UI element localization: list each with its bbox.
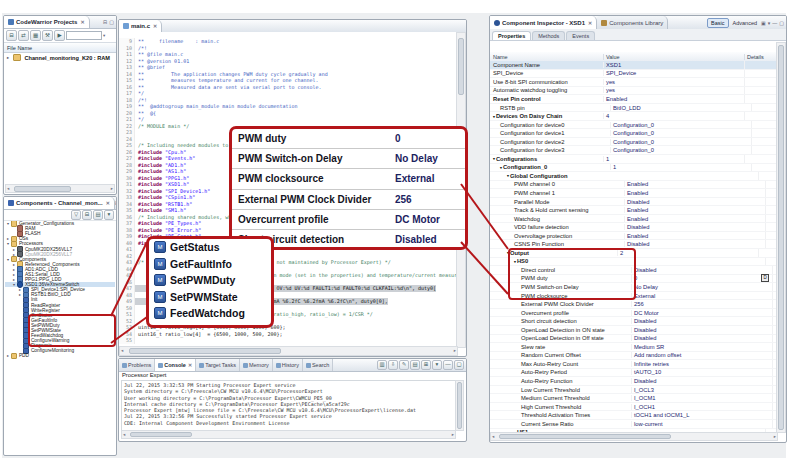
column-name[interactable]: Name bbox=[490, 54, 603, 60]
collapse-all-icon[interactable]: ⊟ bbox=[82, 210, 92, 220]
view-menu-icon[interactable]: ▾ bbox=[768, 20, 771, 26]
close-icon[interactable]: ✕ bbox=[188, 362, 192, 368]
pin-console-icon[interactable]: ✎ bbox=[399, 360, 409, 370]
property-row-medium-current-threshold[interactable]: Medium Current ThresholdI_OCM1 bbox=[490, 394, 778, 403]
property-row-rstb-pin[interactable]: RSTB pinBitIO_LDD bbox=[490, 104, 778, 113]
property-row-global-configuration[interactable]: ▾Global Configuration bbox=[490, 172, 778, 181]
view-menu-icon[interactable]: ▾ bbox=[103, 33, 105, 38]
clear-console-icon[interactable]: ▥ bbox=[377, 360, 387, 370]
property-row-configuration-for-device2[interactable]: Configuration for device2Configuration_0 bbox=[490, 138, 778, 147]
basic-button[interactable]: Basic bbox=[707, 18, 728, 28]
property-row-pwm-switch-on-delay[interactable]: PWM Switch-on DelayNo Delay bbox=[490, 283, 778, 292]
close-icon[interactable]: ✕ bbox=[153, 23, 157, 29]
console-tab-memory[interactable]: Memory bbox=[240, 359, 273, 371]
expanded-arrow-icon[interactable]: ▾ bbox=[493, 114, 495, 119]
file-name-column-header[interactable]: File Name bbox=[4, 43, 116, 53]
property-row-pwm-duty[interactable]: PWM duty0D bbox=[490, 275, 778, 284]
expand-icon[interactable]: ▸ bbox=[7, 55, 11, 60]
link-with-editor-icon[interactable]: ⇄ bbox=[18, 30, 29, 41]
tab-components-library[interactable]: Components Library bbox=[597, 16, 668, 29]
column-details[interactable]: Details bbox=[744, 54, 778, 60]
property-row-configuration-for-device1[interactable]: Configuration for device1Configuration_0 bbox=[490, 129, 778, 138]
column-value[interactable]: Value bbox=[603, 54, 744, 60]
property-row-hs0[interactable]: ▾HS0 bbox=[490, 258, 778, 267]
filter-input[interactable] bbox=[66, 31, 102, 40]
display-selected-console-icon[interactable]: ▤ bbox=[410, 360, 420, 370]
minimize-icon[interactable]: ⊟ bbox=[103, 19, 107, 25]
advanced-button[interactable]: Advanced bbox=[731, 20, 759, 26]
details-button[interactable]: D bbox=[761, 274, 769, 282]
project-row[interactable]: ▸ Channel_monitoring_K20 : RAM bbox=[4, 53, 116, 62]
projects-hscrollbar[interactable]: ◂ ▸ bbox=[5, 184, 115, 193]
property-row-pwm-clocksource[interactable]: PWM clocksourceExternal bbox=[490, 292, 778, 301]
open-console-icon[interactable]: ⊞ bbox=[421, 360, 431, 370]
property-row-random-current-offset[interactable]: Random Current OffsetAdd random offset bbox=[490, 352, 778, 361]
property-row-watchdog[interactable]: WatchdogEnabled bbox=[490, 215, 778, 224]
minimize-icon[interactable]: — bbox=[772, 20, 777, 26]
scroll-lock-icon[interactable]: ⇩ bbox=[388, 360, 398, 370]
property-row-use-8-bit-spi-communication[interactable]: Use 8-bit SPI communicationyes bbox=[490, 78, 778, 87]
property-row-component-name[interactable]: Component NameXSD1 bbox=[490, 61, 778, 70]
new-connection-icon[interactable]: ▦ bbox=[30, 30, 41, 41]
console-vscrollbar[interactable] bbox=[455, 380, 464, 431]
console-tab-problems[interactable]: Problems bbox=[119, 359, 155, 371]
property-row-devices-on-daisy-chain[interactable]: ▾Devices On Daisy Chain4 bbox=[490, 112, 778, 121]
subtab-events[interactable]: Events bbox=[566, 31, 595, 40]
inspector-hscrollbar[interactable]: ◂ ▸ bbox=[490, 432, 778, 441]
tab-codewarrior-projects[interactable]: CodeWarrior Projects ✕ bbox=[4, 16, 90, 28]
console-tab-console[interactable]: Console✕ bbox=[155, 359, 196, 371]
property-row-reset-pin-control[interactable]: Reset Pin controlEnabled bbox=[490, 95, 778, 104]
tab-main-c[interactable]: main.c ✕ bbox=[119, 20, 162, 32]
property-row-low-current-threshold[interactable]: Low Current ThresholdI_OCL3 bbox=[490, 386, 778, 395]
subtab-methods[interactable]: Methods bbox=[532, 31, 565, 40]
view-menu-icon[interactable]: ▾ bbox=[104, 210, 114, 220]
property-row-configuration-for-device0[interactable]: Configuration for device0Configuration_0 bbox=[490, 121, 778, 130]
property-row-automatic-watchdog-toggling[interactable]: Automatic watchdog togglingyes bbox=[490, 87, 778, 96]
property-row-auto-retry-period[interactable]: Auto-Retry PeriodtAUTO_10 bbox=[490, 369, 778, 378]
property-row-output[interactable]: ▾Output2 bbox=[490, 249, 778, 258]
build-icon[interactable]: ⚒ bbox=[42, 30, 53, 41]
sort-icon[interactable]: ▤ bbox=[93, 210, 103, 220]
inspector-vscrollbar[interactable] bbox=[776, 42, 786, 433]
expanded-arrow-icon[interactable]: ▾ bbox=[514, 259, 516, 264]
property-row-max-auto-retry-count[interactable]: Max Auto-Retry CountInfinite retries bbox=[490, 360, 778, 369]
minimize-icon[interactable]: ⊟ bbox=[115, 200, 117, 206]
expanded-arrow-icon[interactable]: ▾ bbox=[507, 250, 509, 255]
debug-icon[interactable]: ▶ bbox=[54, 30, 65, 41]
maximize-icon[interactable]: ▢ bbox=[779, 20, 784, 26]
property-row-configuration-for-device3[interactable]: Configuration for device3Configuration_0 bbox=[490, 146, 778, 155]
property-row-configurations[interactable]: ▾Configurations1 bbox=[490, 155, 778, 164]
expanded-arrow-icon[interactable]: ▾ bbox=[493, 156, 495, 161]
tab-component-inspector[interactable]: Component Inspector - XSD1 ✕ bbox=[490, 16, 597, 29]
property-row-current-sense-ratio[interactable]: Current Sense Ratiolow-current bbox=[490, 420, 778, 429]
property-row-direct-control[interactable]: Direct controlDisabled bbox=[490, 266, 778, 275]
property-row-overvoltage-protection[interactable]: Overvoltage protectionEnabled bbox=[490, 232, 778, 241]
tree-item-pdd[interactable]: ▸PDD bbox=[5, 353, 115, 358]
property-row-openload-detection-in-on-state[interactable]: OpenLoad Detection in ON stateDisabled bbox=[490, 326, 778, 335]
property-row-threshold-activation-times[interactable]: Threshold Activation TimestOCH1 and tOCM… bbox=[490, 411, 778, 420]
subtab-properties[interactable]: Properties bbox=[492, 31, 531, 40]
property-row-csns-pin-function[interactable]: CSNS Pin FunctionDisabled bbox=[490, 240, 778, 249]
close-icon[interactable]: ✕ bbox=[106, 200, 110, 206]
property-row-auto-retry-function[interactable]: Auto-Retry FunctionDisabled bbox=[490, 377, 778, 386]
property-row-external-pwm-clock-divider[interactable]: External PWM Clock Divider256 bbox=[490, 300, 778, 309]
maximize-icon[interactable]: ▢ bbox=[454, 360, 464, 370]
console-output[interactable]: Jul 22, 2015 3:32:53 PM Starting Process… bbox=[121, 380, 456, 431]
property-row-configuration-0[interactable]: ▾Configuration_01 bbox=[490, 164, 778, 173]
property-row-vdd-failure-detection[interactable]: VDD failure detectionDisabled bbox=[490, 223, 778, 232]
console-hscrollbar[interactable]: ◂ ▸ bbox=[121, 430, 456, 439]
show-advanced-icon[interactable]: ▣ bbox=[761, 20, 766, 26]
collapse-all-icon[interactable]: ⊟ bbox=[6, 30, 17, 41]
expanded-arrow-icon[interactable]: ▾ bbox=[500, 165, 502, 170]
close-icon[interactable]: ✕ bbox=[588, 20, 592, 26]
property-row-parallel-mode[interactable]: Parallel ModeDisabled bbox=[490, 198, 778, 207]
view-menu-icon[interactable]: ▾ bbox=[432, 360, 442, 370]
property-row-overcurrent-profile[interactable]: Overcurrent profileDC Motor bbox=[490, 309, 778, 318]
property-row-openload-detection-in-off-state[interactable]: OpenLoad Detection in Off stateDisabled bbox=[490, 335, 778, 344]
editor-hscrollbar[interactable]: ◂ ▸ bbox=[119, 346, 458, 356]
property-row-pwm-channel-1[interactable]: PWM channel 1Enabled bbox=[490, 189, 778, 198]
filter-components-icon[interactable]: ▽ bbox=[71, 210, 81, 220]
property-row-high-current-threshold[interactable]: High Current ThresholdI_OCH1 bbox=[490, 403, 778, 412]
property-row-spi-device[interactable]: SPI_DeviceSPI_Device bbox=[490, 70, 778, 79]
property-row-slew-rate[interactable]: Slew rateMedium SR bbox=[490, 343, 778, 352]
